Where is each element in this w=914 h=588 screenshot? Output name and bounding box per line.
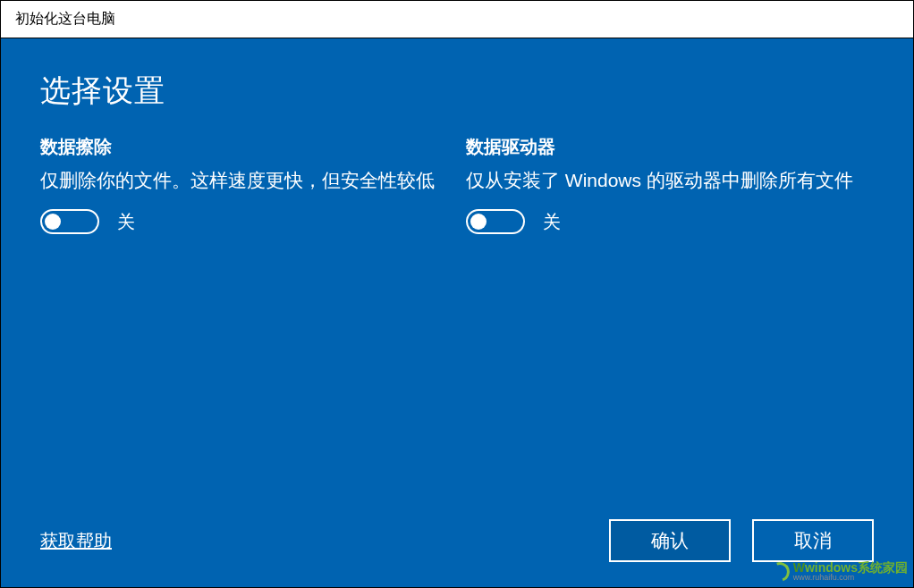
toggle-knob-icon xyxy=(470,214,487,230)
help-link[interactable]: 获取帮助 xyxy=(40,529,112,553)
window-title: 初始化这台电脑 xyxy=(15,10,115,29)
watermark-text: Wwindows系统家园 www.ruhaifu.com xyxy=(793,561,908,582)
data-erase-toggle[interactable] xyxy=(40,209,99,234)
titlebar: 初始化这台电脑 xyxy=(1,1,913,38)
page-title: 选择设置 xyxy=(40,71,874,112)
button-row: 确认 取消 xyxy=(609,519,874,562)
watermark-refresh-icon xyxy=(766,559,792,584)
toggle-row: 关 xyxy=(40,209,448,234)
setting-heading: 数据驱动器 xyxy=(466,135,874,159)
cancel-button[interactable]: 取消 xyxy=(752,519,874,562)
toggle-label: 关 xyxy=(543,210,561,234)
setting-heading: 数据擦除 xyxy=(40,135,448,159)
watermark-sub: www.ruhaifu.com xyxy=(793,574,908,582)
setting-data-drive: 数据驱动器 仅从安装了 Windows 的驱动器中删除所有文件 关 xyxy=(466,135,874,234)
watermark-main: Wwindows系统家园 xyxy=(793,561,908,574)
confirm-button[interactable]: 确认 xyxy=(609,519,731,562)
setting-data-erase: 数据擦除 仅删除你的文件。这样速度更快，但安全性较低 关 xyxy=(40,135,448,234)
toggle-label: 关 xyxy=(117,210,135,234)
settings-grid: 数据擦除 仅删除你的文件。这样速度更快，但安全性较低 关 数据驱动器 仅从安装了… xyxy=(40,135,874,234)
toggle-knob-icon xyxy=(45,214,61,230)
dialog-content: 选择设置 数据擦除 仅删除你的文件。这样速度更快，但安全性较低 关 数据驱动器 … xyxy=(1,38,913,587)
dialog-footer: 获取帮助 确认 取消 xyxy=(40,519,874,562)
watermark: Wwindows系统家园 www.ruhaifu.com xyxy=(770,561,908,582)
setting-description: 仅删除你的文件。这样速度更快，但安全性较低 xyxy=(40,168,448,193)
setting-description: 仅从安装了 Windows 的驱动器中删除所有文件 xyxy=(466,168,874,193)
data-drive-toggle[interactable] xyxy=(466,209,525,234)
toggle-row: 关 xyxy=(466,209,874,234)
dialog-window: 初始化这台电脑 选择设置 数据擦除 仅删除你的文件。这样速度更快，但安全性较低 … xyxy=(0,0,914,588)
